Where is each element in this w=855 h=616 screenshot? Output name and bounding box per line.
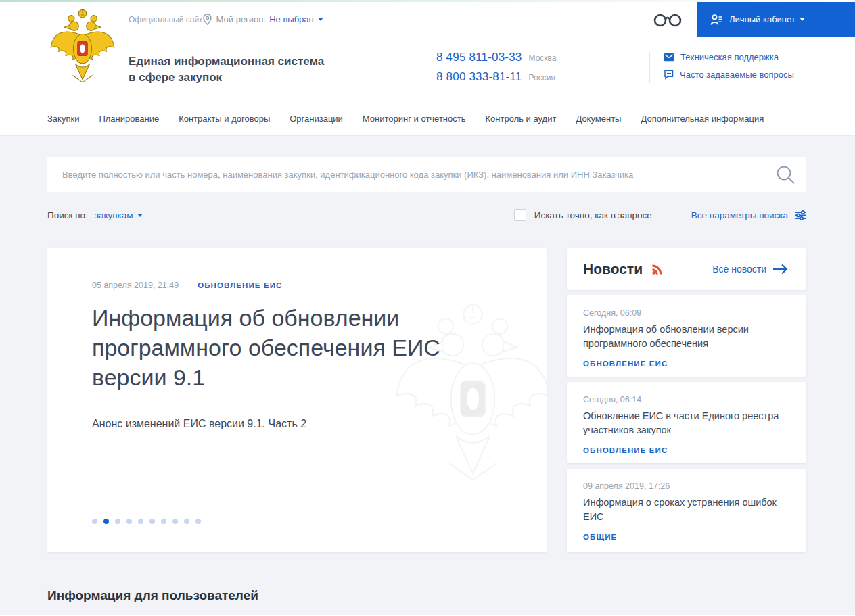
carousel-meta: 05 апреля 2019, 21:49 ОБНОВЛЕНИЕ ЕИС (92, 281, 547, 290)
caret-down-icon (137, 214, 143, 220)
carousel-dot-8[interactable] (172, 519, 178, 524)
carousel-dot-7[interactable] (161, 519, 166, 524)
topbar-divider (333, 9, 333, 30)
search-scope-value: закупкам (95, 210, 133, 220)
nav-item-kontrol[interactable]: Контроль и аудит (486, 114, 557, 124)
news-list-item[interactable]: Сегодня, 06:09 Информация об обновлении … (567, 295, 806, 377)
header-main-row: Единая информационная система в сфере за… (98, 37, 855, 101)
news-item-date: Сегодня, 06:14 (583, 395, 790, 404)
carousel-dot-10[interactable] (195, 519, 201, 524)
carousel-subtitle[interactable]: Анонс изменений ЕИС версии 9.1. Часть 2 (92, 418, 547, 430)
carousel-dot-9[interactable] (184, 519, 189, 524)
caret-down-icon (318, 18, 323, 24)
caret-down-icon (800, 18, 805, 24)
nav-item-monitoring[interactable]: Мониторинг и отчетность (363, 114, 466, 124)
personal-account-label: Личный кабинет (729, 14, 795, 24)
phone-number[interactable]: 8 495 811-03-33 (436, 51, 522, 64)
location-pin-icon (203, 14, 212, 25)
support-links: Техническая поддержка Часто задаваемые в… (650, 51, 794, 101)
main-content: Поиск по: закупкам Искать точно, как в з… (0, 136, 855, 615)
news-item-tag[interactable]: ОБНОВЛЕНИЕ ЕИС (583, 446, 668, 454)
official-site-label: Официальный сайт (129, 15, 203, 24)
search-options-row: Поиск по: закупкам Искать точно, как в з… (47, 209, 806, 221)
news-item-title[interactable]: Информация о сроках устранения ошибок ЕИ… (583, 496, 790, 524)
search-input[interactable] (47, 170, 764, 180)
news-item-title[interactable]: Информация об обновлении версии программ… (583, 323, 790, 351)
news-item-tag[interactable]: ОБНОВЛЕНИЕ ЕИС (583, 360, 668, 368)
site-title-line1: Единая информационная система (129, 53, 436, 70)
tech-support-link[interactable]: Техническая поддержка (664, 52, 794, 62)
carousel-dot-1[interactable] (92, 519, 97, 524)
nav-item-dokumenty[interactable]: Документы (576, 114, 621, 124)
tech-support-label: Техническая поддержка (680, 52, 779, 62)
search-icon (775, 164, 795, 185)
faq-icon (664, 70, 674, 80)
carousel-dot-3[interactable] (115, 519, 120, 524)
carousel-dot-6[interactable] (149, 519, 155, 524)
page-header: Официальный сайт Мой регион: Не выбран Л… (0, 2, 855, 101)
search-box (47, 157, 806, 192)
logo-column (0, 2, 98, 101)
nav-item-zakupki[interactable]: Закупки (47, 114, 79, 124)
search-scope-select[interactable]: закупкам (95, 210, 143, 220)
news-sidebar: Новости Все новости Сегодня, 06:09 Инфор… (567, 248, 806, 552)
news-item-title[interactable]: Обновление ЕИС в части Единого реестра у… (583, 409, 790, 437)
carousel-date: 05 апреля 2019, 21:49 (92, 281, 179, 290)
carousel-tag[interactable]: ОБНОВЛЕНИЕ ЕИС (198, 281, 282, 289)
site-title: Единая информационная система в сфере за… (129, 51, 436, 101)
news-item-date: Сегодня, 06:09 (583, 308, 790, 318)
user-icon (710, 14, 723, 26)
phone-line-russia: 8 800 333-81-11 Россия (436, 70, 649, 84)
news-header: Новости Все новости (567, 248, 806, 290)
carousel-dots (92, 519, 207, 524)
mail-icon (664, 53, 674, 62)
phone-region-label: Москва (529, 53, 557, 63)
news-list-item[interactable]: Сегодня, 06:14 Обновление ЕИС в части Ед… (567, 382, 806, 463)
faq-link[interactable]: Часто задаваемые вопросы (664, 70, 794, 80)
exact-match-checkbox[interactable] (514, 209, 526, 221)
topbar: Официальный сайт Мой регион: Не выбран Л… (98, 2, 855, 37)
phone-region-label: Россия (529, 73, 555, 82)
all-news-link[interactable]: Все новости (712, 264, 789, 275)
region-value[interactable]: Не выбран (269, 14, 314, 24)
users-info-heading: Информация для пользователей (47, 588, 806, 603)
news-carousel-card: 05 апреля 2019, 21:49 ОБНОВЛЕНИЕ ЕИС Инф… (47, 248, 547, 552)
search-button[interactable] (764, 157, 806, 192)
nav-item-organizacii[interactable]: Организации (290, 114, 343, 124)
nav-item-planirovanie[interactable]: Планирование (99, 114, 159, 124)
region-selector[interactable]: Мой регион: Не выбран (203, 14, 323, 25)
nav-item-dop-informaciya[interactable]: Дополнительная информация (641, 114, 764, 124)
carousel-dot-5[interactable] (138, 519, 143, 524)
carousel-title[interactable]: Информация об обновлении программного об… (92, 303, 498, 392)
accessibility-version-button[interactable] (652, 10, 683, 29)
phone-line-moscow: 8 495 811-03-33 Москва (436, 51, 649, 64)
phones-block: 8 495 811-03-33 Москва 8 800 333-81-11 Р… (436, 51, 649, 101)
search-scope-label: Поиск по: (47, 210, 88, 220)
site-title-line2: в сфере закупок (129, 70, 436, 86)
carousel-dot-4[interactable] (126, 519, 132, 524)
news-list-item[interactable]: 09 апреля 2019, 17:26 Информация о срока… (567, 469, 806, 552)
exact-match-label: Искать точно, как в запросе (534, 210, 652, 220)
exact-match-group[interactable]: Искать точно, как в запросе (514, 209, 652, 221)
all-news-label: Все новости (712, 264, 766, 275)
phone-number[interactable]: 8 800 333-81-11 (436, 70, 522, 84)
all-search-params-label: Все параметры поиска (691, 210, 788, 220)
filter-sliders-icon (795, 210, 806, 220)
nav-item-kontrakty[interactable]: Контракты и договоры (179, 114, 270, 124)
main-nav: Закупки Планирование Контракты и договор… (0, 101, 855, 136)
arrow-right-icon (772, 264, 789, 275)
rss-icon[interactable] (651, 264, 663, 275)
news-item-date: 09 апреля 2019, 17:26 (583, 481, 790, 491)
glasses-icon (652, 10, 683, 29)
faq-label: Часто задаваемые вопросы (680, 70, 794, 80)
news-title: Новости (583, 261, 643, 277)
carousel-dot-2[interactable] (103, 519, 109, 524)
personal-account-button[interactable]: Личный кабинет (697, 2, 855, 37)
news-item-tag[interactable]: ОБЩИЕ (583, 533, 617, 541)
region-label: Мой регион: (216, 14, 267, 24)
content-row: 05 апреля 2019, 21:49 ОБНОВЛЕНИЕ ЕИС Инф… (47, 248, 806, 552)
header-right-column: Официальный сайт Мой регион: Не выбран Л… (98, 2, 855, 101)
all-search-params-link[interactable]: Все параметры поиска (691, 210, 806, 220)
coat-of-arms-logo[interactable] (47, 7, 118, 90)
